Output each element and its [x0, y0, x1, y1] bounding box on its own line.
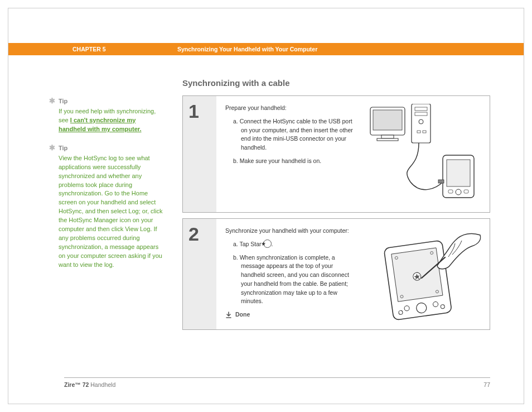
footer-product: Zire™ 72 Handheld: [64, 381, 115, 388]
step-intro: Synchronize your handheld with your comp…: [225, 227, 358, 236]
svg-rect-5: [415, 107, 427, 111]
tip-heading: ✱ Tip: [59, 97, 165, 106]
svg-point-7: [419, 119, 423, 124]
page: CHAPTER 5 Synchronizing Your Handheld wi…: [8, 8, 524, 404]
step-box-1: 1 Prepare your handheld: a. Connect the …: [182, 95, 490, 213]
computer-handheld-illustration-icon: [366, 104, 483, 204]
step-illustration: [366, 104, 483, 204]
tip-label: Tip: [59, 97, 67, 106]
arrow-down-icon: [225, 312, 232, 318]
step-body: Synchronize your handheld with your comp…: [216, 219, 490, 329]
step-list: a. Connect the HotSync cable to the USB …: [225, 117, 358, 166]
step-number: 2: [183, 219, 216, 329]
step-text: Synchronize your handheld with your comp…: [225, 227, 358, 322]
tip-label: Tip: [59, 144, 67, 153]
step-box-2: 2 Synchronize your handheld with your co…: [182, 218, 490, 330]
svg-rect-8: [417, 131, 420, 133]
done-label: Done: [235, 310, 250, 319]
step-body: Prepare your handheld: a. Connect the Ho…: [216, 96, 490, 212]
tip-block: ✱ Tip View the HotSync log to see what a…: [59, 144, 165, 270]
step-item: a. Tap Star ★.: [233, 240, 358, 249]
step-item: b. Make sure your handheld is on.: [233, 157, 358, 166]
star-icon: ★: [263, 239, 272, 248]
svg-rect-9: [423, 131, 426, 133]
svg-point-12: [456, 189, 461, 195]
tip-heading: ✱ Tip: [59, 144, 165, 153]
svg-rect-14: [464, 190, 468, 193]
tip-body: View the HotSync log to see what applica…: [59, 154, 165, 270]
svg-rect-11: [447, 160, 470, 186]
asterisk-icon: ✱: [49, 97, 55, 104]
section-title: Synchronizing with a cable: [182, 78, 490, 88]
step-illustration: [366, 227, 483, 322]
step-item-suffix: .: [272, 241, 273, 247]
chapter-header-bar: CHAPTER 5 Synchronizing Your Handheld wi…: [8, 43, 524, 55]
svg-rect-6: [415, 112, 427, 116]
step-item-prefix: a. Tap Star: [233, 241, 263, 247]
tips-sidebar: ✱ Tip If you need help with synchronizin…: [59, 78, 165, 365]
done-row: Done: [225, 310, 358, 319]
chapter-title: Synchronizing Your Handheld with Your Co…: [177, 46, 317, 52]
tip-block: ✱ Tip If you need help with synchronizin…: [59, 97, 165, 134]
svg-rect-3: [377, 138, 398, 141]
svg-rect-13: [448, 190, 453, 193]
page-footer: Zire™ 72 Handheld 77: [64, 377, 490, 388]
step-text: Prepare your handheld: a. Connect the Ho…: [225, 104, 358, 204]
step-item: a. Connect the HotSync cable to the USB …: [233, 117, 358, 152]
step-number: 1: [183, 96, 216, 212]
step-intro: Prepare your handheld:: [225, 104, 358, 113]
tip-body: If you need help with synchronizing, see…: [59, 107, 165, 134]
footer-page-number: 77: [483, 381, 490, 388]
footer-product-bold: Zire™ 72: [64, 381, 89, 388]
main-column: Synchronizing with a cable 1 Prepare you…: [182, 78, 490, 365]
svg-rect-2: [381, 135, 394, 138]
handheld-stylus-illustration-icon: [366, 227, 483, 322]
svg-rect-15: [438, 180, 444, 183]
content-area: ✱ Tip If you need help with synchronizin…: [59, 78, 490, 365]
svg-point-22: [441, 304, 445, 309]
tip-link[interactable]: I can't synchronize my handheld with my …: [59, 117, 142, 132]
footer-product-rest: Handheld: [89, 381, 115, 388]
asterisk-icon: ✱: [49, 144, 55, 151]
chapter-label: CHAPTER 5: [72, 46, 177, 52]
svg-point-21: [399, 310, 403, 315]
svg-rect-1: [373, 110, 402, 130]
step-list: a. Tap Star ★. b. When synchronization i…: [225, 240, 358, 306]
step-item: b. When synchronization is complete, a m…: [233, 253, 358, 306]
